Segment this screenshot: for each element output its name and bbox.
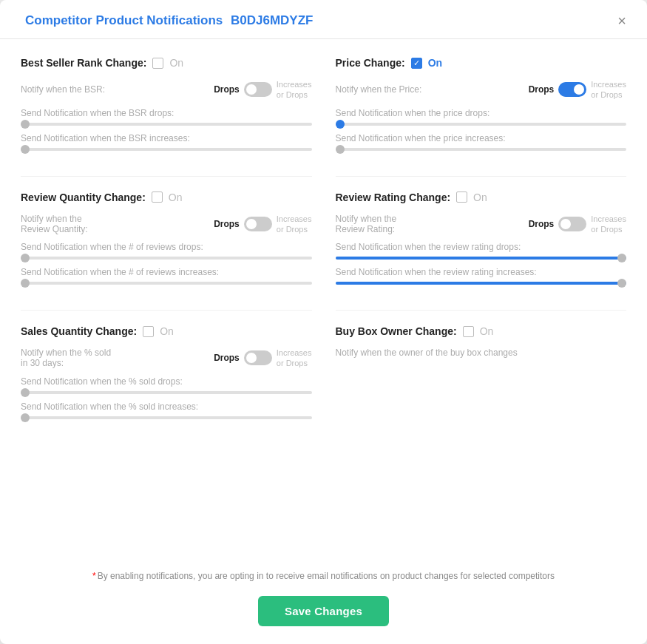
notify-label-review-qty: Notify when theReview Quantity: bbox=[21, 214, 208, 234]
section-header-review-qty: Review Quantity Change: On bbox=[21, 191, 312, 203]
toggle-drops-sales-qty: Drops bbox=[214, 353, 240, 363]
on-label-bsr: On bbox=[169, 57, 183, 69]
slider-label-review-qty-drops: Send Notification when the # of reviews … bbox=[21, 242, 312, 252]
slider-thumb-bsr-drops[interactable] bbox=[21, 120, 30, 129]
checkbox-buy-box-input[interactable] bbox=[463, 326, 474, 337]
slider-row-price-drops: Send Notification when the price drops: bbox=[336, 108, 627, 126]
notify-plain-buy-box: Notify when the owner of the buy box cha… bbox=[336, 348, 627, 358]
section-header-bsr: Best Seller Rank Change: On bbox=[21, 57, 312, 69]
on-label-review-qty: On bbox=[169, 191, 183, 203]
toggle-group-review-rating: Drops Increasesor Drops bbox=[529, 214, 626, 235]
toggle-switch-review-rating[interactable] bbox=[558, 217, 586, 231]
checkbox-review-rating[interactable] bbox=[456, 191, 467, 203]
modal: Competitor Product Notifications B0DJ6MD… bbox=[0, 0, 647, 644]
slider-label-sales-qty-drops: Send Notification when the % sold drops: bbox=[21, 376, 312, 387]
section-title-review-rating: Review Rating Change: bbox=[336, 191, 451, 203]
notify-row-sales-qty: Notify when the % soldin 30 days: Drops … bbox=[21, 348, 312, 369]
slider-thumb-review-qty-increases[interactable] bbox=[21, 279, 30, 288]
notify-row-review-rating: Notify when theReview Rating: Drops Incr… bbox=[336, 214, 627, 235]
slider-thumb-sales-qty-drops[interactable] bbox=[21, 388, 30, 397]
checkbox-review-qty[interactable] bbox=[152, 191, 163, 203]
slider-thumb-bsr-increases[interactable] bbox=[21, 145, 30, 154]
slider-label-price-drops: Send Notification when the price drops: bbox=[336, 108, 627, 118]
slider-track-review-qty-increases[interactable] bbox=[21, 282, 312, 285]
slider-label-sales-qty-increases: Send Notification when the % sold increa… bbox=[21, 401, 312, 412]
slider-track-sales-qty-drops[interactable] bbox=[21, 391, 312, 394]
checkbox-sales-qty[interactable] bbox=[143, 326, 154, 337]
checkbox-bsr-input[interactable] bbox=[152, 58, 163, 69]
asterisk: * bbox=[92, 571, 96, 581]
slider-track-price-drops[interactable] bbox=[336, 123, 627, 126]
sections-grid: Best Seller Rank Change: On Notify when … bbox=[21, 57, 626, 444]
footer-note: *By enabling notifications, you are opti… bbox=[0, 563, 647, 587]
toggle-increases-review-rating: Increasesor Drops bbox=[591, 214, 626, 235]
checkbox-bsr[interactable] bbox=[152, 58, 163, 69]
modal-title-text: Competitor Product Notifications bbox=[25, 13, 223, 27]
on-label-sales-qty: On bbox=[160, 325, 174, 337]
slider-label-bsr-drops: Send Notification when the BSR drops: bbox=[21, 108, 312, 118]
section-header-sales-qty: Sales Quantity Change: On bbox=[21, 325, 312, 337]
section-sales-qty: Sales Quantity Change: On Notify when th… bbox=[21, 325, 312, 444]
notify-label-sales-qty: Notify when the % soldin 30 days: bbox=[21, 348, 208, 368]
slider-track-bsr-increases[interactable] bbox=[21, 148, 312, 151]
toggle-switch-price[interactable] bbox=[558, 82, 586, 97]
slider-label-review-rating-increases: Send Notification when the review rating… bbox=[336, 267, 627, 277]
slider-track-bsr-drops[interactable] bbox=[21, 123, 312, 126]
modal-title: Competitor Product Notifications B0DJ6MD… bbox=[21, 13, 313, 28]
slider-row-review-qty-increases: Send Notification when the # of reviews … bbox=[21, 267, 312, 285]
product-code: B0DJ6MDYZF bbox=[231, 13, 313, 27]
on-label-buy-box: On bbox=[480, 325, 494, 337]
checkbox-buy-box[interactable] bbox=[463, 326, 474, 337]
notify-row-bsr: Notify when the BSR: Drops Increasesor D… bbox=[21, 79, 312, 101]
toggle-drops-price: Drops bbox=[529, 84, 555, 95]
save-button[interactable]: Save Changes bbox=[258, 596, 389, 626]
checkbox-review-qty-input[interactable] bbox=[152, 191, 163, 203]
slider-row-review-rating-increases: Send Notification when the review rating… bbox=[336, 267, 627, 285]
slider-row-sales-qty-increases: Send Notification when the % sold increa… bbox=[21, 401, 312, 419]
section-review-qty: Review Quantity Change: On Notify when t… bbox=[21, 191, 312, 311]
toggle-drops-review-rating: Drops bbox=[529, 219, 555, 229]
notify-row-review-qty: Notify when theReview Quantity: Drops In… bbox=[21, 214, 312, 235]
slider-row-bsr-drops: Send Notification when the BSR drops: bbox=[21, 108, 312, 126]
section-title-buy-box: Buy Box Owner Change: bbox=[336, 325, 457, 337]
toggle-drops-review-qty: Drops bbox=[214, 219, 240, 229]
slider-thumb-sales-qty-increases[interactable] bbox=[21, 413, 30, 422]
toggle-group-price: Drops Increasesor Drops bbox=[529, 79, 626, 101]
slider-track-price-increases[interactable] bbox=[336, 148, 627, 151]
section-title-price: Price Change: bbox=[336, 57, 405, 69]
toggle-drops-bsr: Drops bbox=[214, 84, 240, 95]
slider-thumb-price-drops[interactable] bbox=[336, 120, 345, 129]
footer-note-text: By enabling notifications, you are optin… bbox=[98, 571, 555, 581]
section-bsr: Best Seller Rank Change: On Notify when … bbox=[21, 57, 312, 177]
slider-thumb-price-increases[interactable] bbox=[336, 145, 345, 154]
slider-track-review-qty-drops[interactable] bbox=[21, 257, 312, 260]
toggle-switch-sales-qty[interactable] bbox=[244, 350, 272, 365]
slider-row-review-qty-drops: Send Notification when the # of reviews … bbox=[21, 242, 312, 260]
modal-body: Best Seller Rank Change: On Notify when … bbox=[0, 39, 647, 563]
slider-track-review-rating-drops[interactable] bbox=[336, 257, 627, 260]
on-label-review-rating: On bbox=[473, 191, 487, 203]
checkbox-price[interactable] bbox=[411, 58, 422, 69]
slider-thumb-review-qty-drops[interactable] bbox=[21, 254, 30, 262]
slider-row-review-rating-drops: Send Notification when the review rating… bbox=[336, 242, 627, 260]
close-button[interactable]: × bbox=[617, 13, 626, 28]
slider-thumb-review-rating-increases[interactable] bbox=[617, 279, 626, 288]
toggle-switch-review-qty[interactable] bbox=[244, 217, 272, 231]
notify-row-price: Notify when the Price: Drops Increasesor… bbox=[336, 79, 627, 101]
slider-track-review-rating-increases[interactable] bbox=[336, 282, 627, 285]
section-title-bsr: Best Seller Rank Change: bbox=[21, 57, 146, 69]
slider-label-price-increases: Send Notification when the price increas… bbox=[336, 133, 627, 143]
toggle-group-review-qty: Drops Increasesor Drops bbox=[214, 214, 311, 235]
checkbox-review-rating-input[interactable] bbox=[456, 191, 467, 203]
notify-label-bsr: Notify when the BSR: bbox=[21, 84, 208, 95]
section-header-price: Price Change: On bbox=[336, 57, 627, 69]
section-price: Price Change: On Notify when the Price: … bbox=[336, 57, 627, 177]
toggle-increases-bsr: Increasesor Drops bbox=[277, 79, 312, 101]
checkbox-price-input[interactable] bbox=[411, 58, 422, 69]
slider-label-bsr-increases: Send Notification when the BSR increases… bbox=[21, 133, 312, 143]
checkbox-sales-qty-input[interactable] bbox=[143, 326, 154, 337]
toggle-switch-bsr[interactable] bbox=[244, 82, 272, 97]
slider-track-sales-qty-increases[interactable] bbox=[21, 416, 312, 419]
section-buy-box: Buy Box Owner Change: On Notify when the… bbox=[336, 325, 627, 444]
slider-thumb-review-rating-drops[interactable] bbox=[617, 254, 626, 262]
